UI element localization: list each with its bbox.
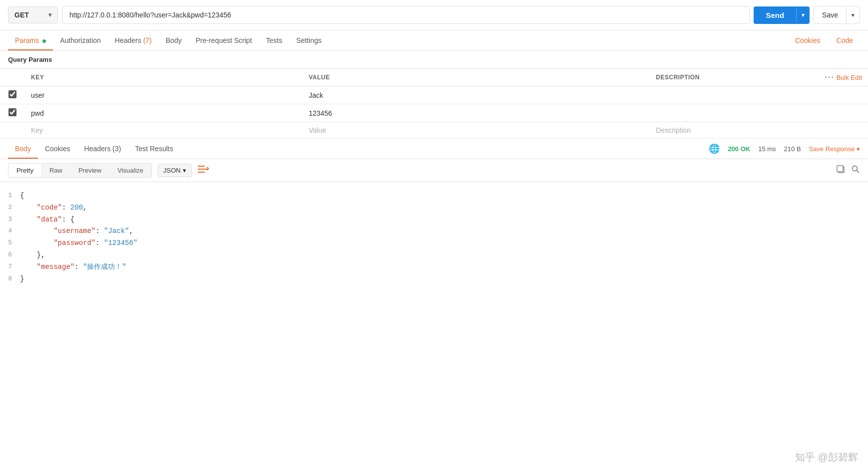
json-format-label: JSON	[163, 167, 181, 174]
url-bar: GET ▾ Send ▾ Save ▾	[0, 0, 868, 30]
format-tab-group: Pretty Raw Preview Visualize	[8, 163, 152, 178]
desc-placeholder[interactable]: Description	[656, 126, 691, 134]
tab-code-right-label: Code	[837, 36, 853, 44]
param-value: 123456	[309, 109, 332, 117]
params-dot	[42, 39, 46, 43]
method-chevron: ▾	[48, 11, 51, 18]
query-params-label: Query Params	[0, 51, 868, 69]
value-placeholder[interactable]: Value	[309, 126, 326, 134]
line-number: 7	[0, 261, 20, 272]
tab-headers[interactable]: Headers (7)	[108, 30, 159, 50]
line-number: 3	[0, 214, 20, 225]
response-status: 🌐 200 OK 15 ms 210 B Save Response ▾	[709, 143, 860, 154]
table-row-empty: Key Value Description	[0, 122, 868, 139]
response-time: 15 ms	[758, 145, 776, 153]
param-desc-cell	[650, 104, 818, 122]
value-col-header: VALUE	[303, 69, 650, 86]
request-tabs: Params Authorization Headers (7) Body Pr…	[0, 30, 868, 51]
line-content: },	[20, 249, 45, 261]
code-line: 1{	[0, 190, 868, 202]
param-key-cell: pwd	[25, 104, 303, 122]
checkbox-cell-empty	[0, 122, 25, 139]
save-dropdown-arrow[interactable]: ▾	[846, 7, 860, 23]
send-label: Send	[754, 6, 796, 24]
send-button[interactable]: Send ▾	[754, 6, 810, 24]
tab-headers-label: Headers	[115, 36, 141, 44]
tab-response-cookies-label: Cookies	[45, 145, 70, 153]
tab-authorization-label: Authorization	[60, 36, 101, 44]
line-number: 6	[0, 249, 20, 260]
code-line: 5 "password": "123456"	[0, 237, 868, 249]
svg-rect-0	[198, 166, 205, 167]
tab-response-cookies[interactable]: Cookies	[38, 139, 77, 159]
copy-button[interactable]	[836, 165, 845, 176]
tab-test-results[interactable]: Test Results	[128, 139, 180, 159]
param-actions-cell	[818, 104, 868, 122]
code-line: 6 },	[0, 249, 868, 261]
svg-point-5	[853, 166, 858, 171]
param-checkbox[interactable]	[8, 108, 16, 116]
json-format-select[interactable]: JSON ▾	[158, 164, 192, 177]
search-button[interactable]	[851, 165, 860, 176]
code-line: 4 "username": "Jack",	[0, 226, 868, 237]
tab-body-label: Body	[166, 36, 182, 44]
line-content: "code": 200,	[20, 202, 87, 214]
tab-tests[interactable]: Tests	[259, 30, 290, 50]
format-tab-raw[interactable]: Raw	[41, 164, 70, 177]
svg-line-6	[857, 171, 860, 173]
tab-authorization[interactable]: Authorization	[53, 30, 108, 50]
tab-cookies-right-label: Cookies	[795, 36, 821, 44]
actions-col-header: ··· Bulk Edit	[818, 69, 868, 86]
line-number: 5	[0, 237, 20, 248]
more-icon[interactable]: ···	[825, 73, 835, 81]
format-tab-visualize[interactable]: Visualize	[109, 164, 151, 177]
line-content: "password": "123456"	[20, 237, 137, 249]
tab-response-body-label: Body	[15, 145, 31, 153]
key-col-header: KEY	[25, 69, 303, 86]
line-content: "message": "操作成功！"	[20, 261, 126, 273]
param-desc-cell	[650, 86, 818, 104]
tab-settings[interactable]: Settings	[289, 30, 329, 50]
line-content: "username": "Jack",	[20, 226, 133, 237]
tab-test-results-label: Test Results	[135, 145, 173, 153]
tab-body[interactable]: Body	[159, 30, 189, 50]
send-dropdown-arrow[interactable]: ▾	[796, 7, 810, 23]
param-value-cell: Jack	[303, 86, 650, 104]
param-checkbox[interactable]	[8, 90, 16, 98]
tab-response-headers[interactable]: Headers (3)	[77, 139, 128, 159]
tab-code-right[interactable]: Code	[830, 30, 860, 50]
save-button[interactable]: Save ▾	[814, 6, 860, 24]
format-tab-preview[interactable]: Preview	[70, 164, 109, 177]
checkbox-cell	[0, 104, 25, 122]
desc-col-header: DESCRIPTION	[650, 69, 818, 86]
globe-icon: 🌐	[709, 143, 720, 154]
svg-rect-2	[198, 172, 205, 173]
tab-prerequest[interactable]: Pre-request Script	[189, 30, 259, 50]
tab-settings-label: Settings	[296, 36, 322, 44]
line-content: "data": {	[20, 214, 74, 226]
code-line: 3 "data": {	[0, 214, 868, 226]
line-content: }	[20, 273, 24, 285]
save-response-button[interactable]: Save Response ▾	[809, 145, 860, 153]
headers-badge: (7)	[143, 36, 152, 44]
svg-rect-4	[837, 166, 843, 172]
tab-params[interactable]: Params	[8, 30, 53, 50]
wrap-icon[interactable]	[198, 165, 209, 176]
tab-cookies-right[interactable]: Cookies	[788, 30, 828, 50]
url-input[interactable]	[62, 6, 750, 24]
method-select[interactable]: GET ▾	[8, 6, 58, 23]
checkbox-cell	[0, 86, 25, 104]
status-code: 200 OK	[728, 145, 750, 153]
format-bar: Pretty Raw Preview Visualize JSON ▾	[0, 159, 868, 182]
param-value-cell: 123456	[303, 104, 650, 122]
response-size: 210 B	[784, 145, 801, 153]
tab-response-headers-label: Headers (3)	[84, 145, 121, 153]
format-tab-pretty[interactable]: Pretty	[8, 164, 41, 177]
bulk-edit-button[interactable]: Bulk Edit	[837, 74, 862, 81]
line-number: 4	[0, 226, 20, 237]
line-number: 8	[0, 273, 20, 284]
tab-response-body[interactable]: Body	[8, 139, 38, 159]
param-actions-cell	[818, 86, 868, 104]
key-placeholder[interactable]: Key	[31, 126, 43, 134]
method-label: GET	[14, 11, 29, 19]
